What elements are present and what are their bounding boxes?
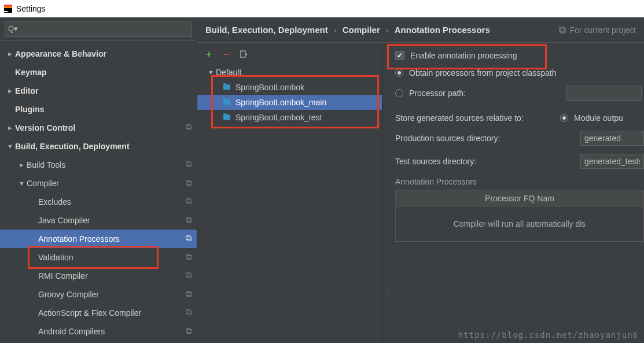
enable-annotation-checkbox[interactable]	[395, 51, 404, 60]
sidebar-item-label: Appearance & Behavior	[15, 49, 192, 58]
sidebar-item-keymap[interactable]: Keymap	[0, 63, 197, 82]
svg-rect-20	[186, 291, 190, 295]
sidebar-item-label: Groovy Compiler	[38, 290, 185, 299]
sidebar-item-java-compiler[interactable]: Java Compiler	[0, 211, 197, 230]
module-icon	[223, 83, 232, 92]
svg-rect-8	[186, 180, 190, 184]
svg-rect-7	[187, 163, 191, 167]
module-SpringBootLombok_test[interactable]: SpringBootLombok_test	[197, 110, 382, 125]
sidebar-item-build-execution-deployment[interactable]: ▼Build, Execution, Deployment	[0, 137, 197, 156]
processors-section-title: Annotation Processors	[395, 177, 644, 186]
module-SpringBootLombok_main[interactable]: SpringBootLombok_main	[197, 95, 382, 110]
sidebar-item-label: Validation	[38, 253, 185, 262]
sidebar-item-version-control[interactable]: ►Version Control	[0, 119, 197, 137]
copy-icon	[185, 216, 192, 225]
processor-path-label: Processor path:	[409, 88, 561, 98]
copy-icon	[185, 161, 192, 169]
svg-rect-34	[223, 113, 226, 115]
sidebar-item-plugins[interactable]: Plugins	[0, 100, 197, 119]
sidebar-item-editor[interactable]: ►Editor	[0, 82, 197, 100]
sidebar-item-validation[interactable]: Validation	[0, 248, 197, 267]
breadcrumb-part[interactable]: Annotation Processors	[395, 25, 490, 35]
copy-icon	[185, 179, 192, 188]
chevron-down-icon: ▼	[208, 69, 216, 76]
search-input[interactable]	[5, 21, 192, 37]
module-icon	[223, 98, 232, 107]
settings-panel: ⋮⋮⋮⋮⋮⋮ Enable annotation processing Obta…	[382, 43, 644, 343]
module-label: SpringBootLombok	[235, 83, 304, 92]
processors-column-header[interactable]: Processor FQ Nam	[396, 190, 643, 206]
processor-path-radio[interactable]	[395, 89, 403, 97]
project-scope-label: For current project	[558, 25, 636, 35]
sidebar-item-label: Version Control	[15, 123, 185, 132]
svg-rect-23	[187, 311, 191, 315]
svg-rect-3	[4, 11, 8, 12]
sidebar-item-build-tools[interactable]: ►Build Tools	[0, 156, 197, 174]
sidebar-item-label: Annotation Processors	[38, 234, 185, 244]
sidebar-item-label: Java Compiler	[38, 216, 185, 225]
profiles-tree: ▼ Default SpringBootLombokSpringBootLomb…	[197, 65, 382, 125]
prod-dir-label: Production sources directory:	[395, 134, 554, 143]
settings-sidebar: Q▾ ►Appearance & BehaviorKeymap►EditorPl…	[0, 17, 197, 343]
sidebar-item-label: RMI Compiler	[38, 271, 185, 281]
prod-dir-input[interactable]	[580, 131, 644, 146]
module-icon	[223, 113, 232, 122]
svg-rect-33	[223, 115, 230, 120]
profiles-panel: + − ▼ Default SpringBootLombokSpringBoot…	[197, 43, 382, 343]
svg-rect-28	[241, 51, 245, 57]
copy-icon	[185, 290, 192, 299]
obtain-from-classpath-radio[interactable]	[395, 69, 403, 77]
titlebar: Settings	[0, 0, 644, 17]
processor-path-input[interactable]	[566, 86, 642, 101]
breadcrumb-part[interactable]: Build, Execution, Deployment	[205, 25, 328, 35]
app-icon	[3, 4, 13, 13]
sidebar-item-label: ActionScript & Flex Compiler	[38, 308, 185, 318]
sidebar-item-label: Plugins	[15, 105, 192, 114]
breadcrumb-part[interactable]: Compiler	[343, 25, 380, 35]
chevron-icon: ►	[7, 50, 15, 57]
svg-rect-21	[187, 292, 191, 296]
watermark: https://blog.csdn.net/zhaoyanjun6	[458, 330, 638, 340]
profile-default[interactable]: ▼ Default	[197, 65, 382, 80]
svg-rect-32	[223, 98, 226, 100]
svg-rect-9	[187, 181, 191, 185]
profiles-toolbar: + −	[197, 47, 382, 65]
svg-rect-15	[187, 237, 191, 241]
sidebar-item-groovy-compiler[interactable]: Groovy Compiler	[0, 285, 197, 304]
copy-icon	[185, 309, 192, 318]
chevron-icon: ►	[7, 124, 15, 131]
svg-rect-10	[186, 198, 190, 202]
svg-rect-6	[186, 161, 190, 165]
copy-icon	[558, 26, 566, 34]
sidebar-item-actionscript-flex-compiler[interactable]: ActionScript & Flex Compiler	[0, 304, 197, 322]
copy-icon	[185, 253, 192, 262]
module-SpringBootLombok[interactable]: SpringBootLombok	[197, 80, 382, 95]
resize-grip[interactable]: ⋮⋮⋮⋮⋮⋮	[382, 292, 391, 298]
svg-rect-27	[561, 28, 565, 33]
sidebar-item-compiler[interactable]: ▼Compiler	[0, 174, 197, 193]
copy-icon	[185, 235, 192, 244]
svg-rect-19	[187, 274, 191, 278]
svg-rect-30	[223, 83, 226, 85]
sidebar-item-label: Compiler	[27, 179, 185, 188]
sidebar-item-rmi-compiler[interactable]: RMI Compiler	[0, 267, 197, 285]
svg-rect-24	[186, 328, 190, 332]
svg-rect-12	[186, 217, 190, 221]
sidebar-item-excludes[interactable]: Excludes	[0, 193, 197, 211]
svg-rect-13	[187, 218, 191, 222]
copy-icon	[185, 327, 192, 336]
sidebar-item-annotation-processors[interactable]: Annotation Processors	[0, 230, 197, 248]
svg-rect-31	[223, 99, 230, 105]
svg-rect-16	[186, 254, 190, 258]
sidebar-item-android-compilers[interactable]: Android Compilers	[0, 322, 197, 341]
add-profile-button[interactable]: +	[204, 50, 214, 59]
module-label: SpringBootLombok_main	[235, 98, 326, 107]
test-dir-input[interactable]	[580, 154, 644, 169]
sidebar-item-label: Build, Execution, Deployment	[15, 142, 192, 151]
remove-profile-button[interactable]: −	[222, 50, 231, 59]
copy-icon	[185, 124, 192, 132]
move-to-profile-button[interactable]	[239, 50, 248, 59]
module-output-radio[interactable]	[560, 114, 568, 122]
test-dir-label: Test sources directory:	[395, 157, 554, 166]
sidebar-item-appearance-behavior[interactable]: ►Appearance & Behavior	[0, 45, 197, 63]
